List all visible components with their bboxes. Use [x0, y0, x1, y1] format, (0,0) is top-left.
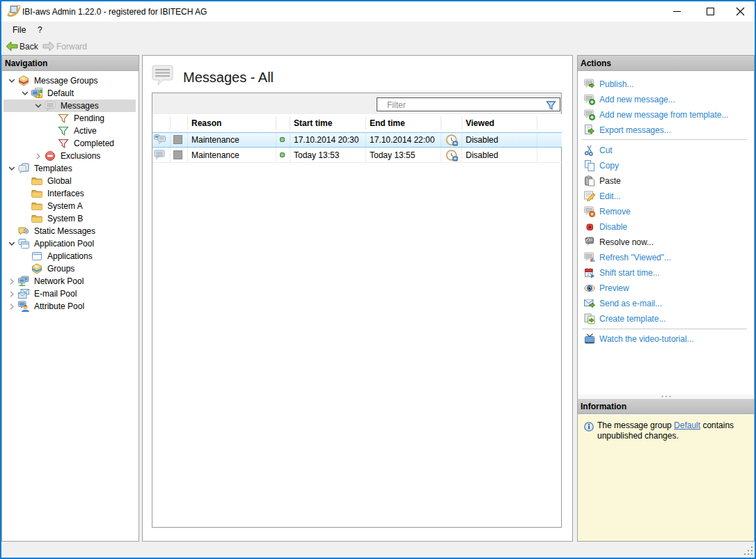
svg-text:17: 17: [587, 272, 591, 276]
